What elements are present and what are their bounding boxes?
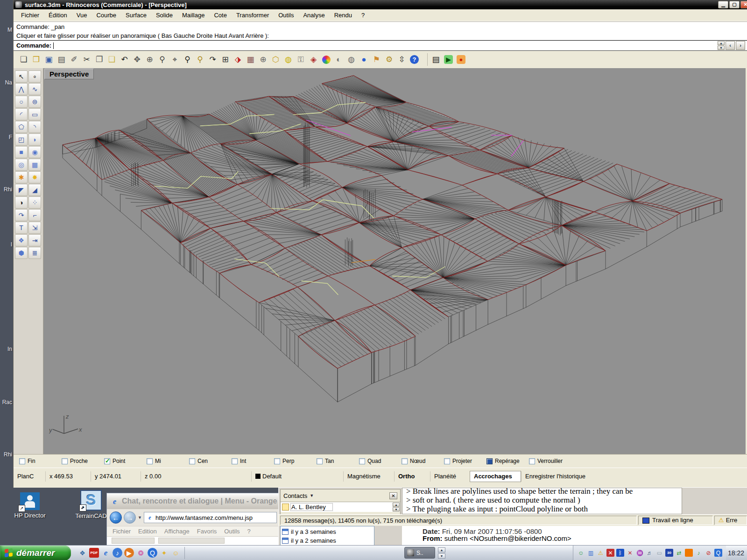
lock-icon[interactable]: ⚿ [295,53,307,66]
rhino-taskbar-button[interactable]: S.. [404,547,435,559]
osnap-checkbox[interactable] [147,458,153,464]
osnap-toggle[interactable]: Accrochages [470,471,521,482]
split-tool[interactable]: ◢ [28,184,41,196]
taskbar-scroll-buttons[interactable]: ▲▼ [438,547,445,559]
osnap-checkbox[interactable] [444,458,450,464]
back-button[interactable]: ← [110,511,122,524]
osnap-projeter[interactable]: Projeter [444,458,486,464]
contacts-close-button[interactable]: ✕ [389,492,397,499]
contacts-header[interactable]: Contacts ▼ ✕ [281,490,400,502]
osnap-perp[interactable]: Perp [274,458,317,464]
cut-icon[interactable]: ✂ [80,53,93,66]
render-sphere-icon[interactable]: ◐ [332,53,345,66]
contacts-spinner[interactable]: ▲▼ [393,503,400,511]
messenger-buddy-icon[interactable]: ☺ [577,549,585,557]
desktop-icon-terraincad[interactable]: S ➚ TerrainCAD [70,490,112,519]
osnap-verrouiller[interactable]: Verrouiller [529,458,571,464]
osnap-checkbox[interactable] [402,458,408,464]
dimension-icon[interactable]: ⇳ [395,53,408,66]
undo-view-icon[interactable]: ↷ [206,53,219,66]
osnap-checkbox[interactable] [359,458,365,464]
pointer-tool[interactable]: ↖ [15,70,28,83]
help-icon[interactable]: ? [408,53,421,66]
browser-menu-outils[interactable]: Outils [224,528,240,535]
menu-surface[interactable]: Surface [121,10,151,20]
orange-isp-icon[interactable] [685,549,693,557]
osnap-checkbox[interactable] [62,458,68,464]
menu-cote[interactable]: Cote [209,10,231,20]
osnap-quad[interactable]: Quad [359,458,402,464]
command-spinner[interactable]: ▲▼ [718,41,725,50]
browser-menu-affichage[interactable]: Affichage [164,528,190,535]
osnap-cen[interactable]: Cen [189,458,232,464]
menu-vue[interactable]: Vue [72,10,92,20]
battery-icon[interactable]: ▭ [655,549,663,557]
erase-icon[interactable]: ✐ [68,53,80,66]
viewport-layout-icon[interactable]: ⊞ [219,53,232,66]
osnap-tan[interactable]: Tan [317,458,359,464]
move-tool[interactable]: ⇲ [28,222,41,234]
cplane-field[interactable]: PlanC [14,471,45,482]
sphere-tool[interactable]: ◉ [28,146,41,158]
contact-row[interactable]: A. L. Bentley ▲▼ [281,502,400,512]
menu-courbe[interactable]: Courbe [92,10,121,20]
browser-title-bar[interactable]: e Chat, rencontre et dialogue | Menu - O… [107,493,280,509]
move-car-icon[interactable]: ⬗ [232,53,244,66]
desktop-edge-label-2[interactable]: Na [0,79,12,86]
undo-icon[interactable]: ↶ [118,53,131,66]
print-icon[interactable]: ▤ [55,53,68,66]
desktop-edge-label-1[interactable]: M [0,27,12,33]
planarity-toggle[interactable]: Planéité [430,471,470,482]
bluetooth-icon[interactable]: ᛒ [616,549,624,557]
menu-transformer[interactable]: Transformer [232,10,274,20]
boolean-tool[interactable]: ✱ [15,171,28,183]
history-next-button[interactable]: › [736,41,745,50]
arc-tool[interactable]: ◜ [15,108,28,120]
solid-tools[interactable]: ⬢ [15,247,28,259]
surface-tool[interactable]: ◰ [15,133,28,146]
text-tool[interactable]: T [15,222,28,234]
menu-?[interactable]: ? [357,10,369,20]
osnap-nud[interactable]: Nœud [402,458,444,464]
layer-field[interactable]: Default [251,471,320,482]
desktop-edge-label-4[interactable]: Rhi [0,186,12,193]
fillet-tool[interactable]: ↷ [15,209,28,221]
osnap-checkbox[interactable] [232,458,238,464]
blocked-icon[interactable]: ⊘ [705,549,712,557]
ellipse-tool[interactable]: ⊜ [28,96,41,108]
new-file-icon[interactable]: ❏ [17,53,30,66]
torus-tool[interactable]: ◎ [15,159,28,171]
chevron-down-icon[interactable]: ▼ [310,493,314,498]
circle-tool[interactable]: ○ [15,96,28,108]
align-tool[interactable]: ⇥ [28,234,41,246]
polygon-tool[interactable]: ⬠ [15,121,28,133]
itunes-icon[interactable]: ♪ [113,548,122,558]
minimize-button[interactable]: ▁ [718,1,728,8]
sync-icon[interactable]: ⇄ [675,549,683,557]
start-button[interactable]: démarrer [0,546,71,560]
blend-tool[interactable]: ◑ [15,196,28,209]
selection-filter-icon[interactable]: ⬡ [269,53,282,66]
year30-icon[interactable]: 30 [665,549,673,557]
menu-outils[interactable]: Outils [274,10,298,20]
message-group-1[interactable]: il y a 3 semaines [282,527,374,536]
maximize-button[interactable]: ▢ [729,1,740,8]
internet-explorer-icon[interactable]: e [101,548,111,558]
point-tool[interactable]: ∘ [28,70,41,83]
history-prev-button[interactable]: ‹ [726,41,735,50]
shield-icon[interactable]: ◈ [307,53,320,66]
osnap-checkbox[interactable] [486,458,493,464]
desktop-edge-label-7[interactable]: Rac [0,399,12,406]
center-mark-icon[interactable]: ⊕ [257,53,269,66]
trim-tool[interactable]: ◤ [15,184,28,196]
osnap-checkbox[interactable] [317,458,323,464]
menu-fichier[interactable]: Fichier [16,10,44,20]
curve-tool[interactable]: ∿ [28,83,41,95]
arc-blend-tool[interactable]: ◝ [28,121,41,133]
pdf-dxf-icon[interactable]: PDF [89,548,99,558]
record-history-toggle[interactable]: Enregistrer l'historique [521,471,604,482]
curved-surface-tool[interactable]: ◗ [28,133,41,146]
zoom-window-icon[interactable]: ⌖ [169,53,181,66]
wire-sphere-icon[interactable]: ◍ [345,53,358,66]
address-bar[interactable]: e http://www.fantasmez.com/menu.jsp [144,512,277,523]
